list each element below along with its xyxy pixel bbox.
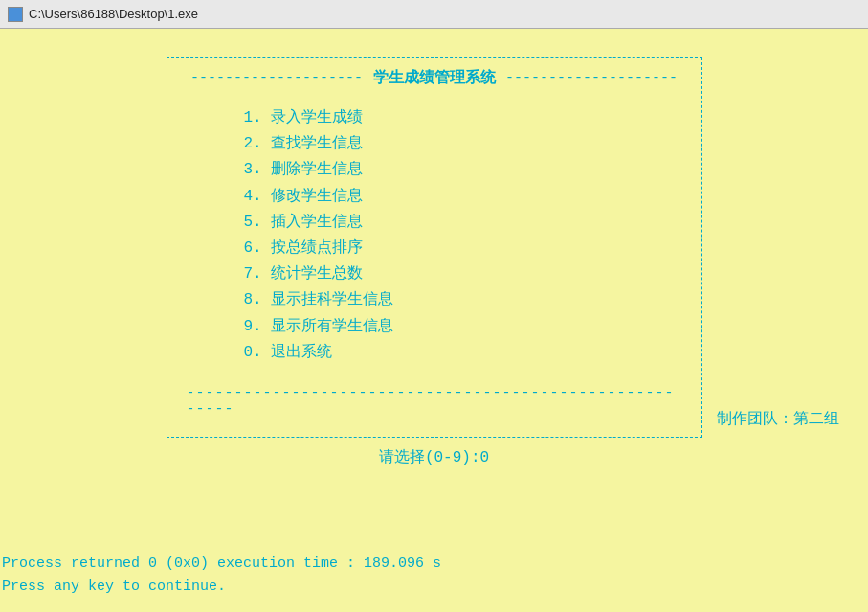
title-bar: C:\Users\86188\Desktop\1.exe [0,0,868,29]
process-status-text: Process returned 0 (0x0) execution time … [2,555,441,572]
menu-item-4-text: 修改学生信息 [271,188,363,205]
menu-item-3-num: 3. [244,161,272,178]
menu-item-2: 2. 查找学生信息 [244,131,682,157]
menu-item-7: 7. 统计学生总数 [244,261,682,287]
menu-item-8: 8. 显示挂科学生信息 [244,287,682,313]
menu-item-1-text: 录入学生成绩 [271,109,363,126]
title-bar-text: C:\Users\86188\Desktop\1.exe [29,7,198,21]
menu-item-6: 6. 按总绩点排序 [244,236,682,261]
menu-item-8-text: 显示挂科学生信息 [271,291,393,308]
press-continue-text: Press any key to continue. [2,578,226,595]
menu-item-0-num: 0. [244,344,272,361]
menu-item-4: 4. 修改学生信息 [244,184,682,210]
menu-item-0: 0. 退出系统 [244,340,682,366]
menu-item-1-num: 1. [244,109,272,126]
menu-item-7-text: 统计学生总数 [271,265,363,283]
team-label: 制作团队：第二组 [717,409,839,429]
menu-title: 学生成绩管理系统 [367,68,501,88]
press-continue-line: Press any key to continue. [0,578,226,595]
menu-items-list: 1. 录入学生成绩 2. 查找学生信息 3. 删除学生信息 4. 修改学生信息 … [187,98,682,374]
menu-item-5-text: 插入学生信息 [271,214,363,231]
menu-item-6-num: 6. [244,239,272,257]
menu-item-5: 5. 插入学生信息 [244,210,682,236]
menu-item-8-num: 8. [244,291,272,308]
menu-item-5-num: 5. [244,214,272,231]
console-area: -------------------- 学生成绩管理系统 ----------… [0,29,868,612]
menu-item-4-num: 4. [244,188,272,205]
menu-item-9-num: 9. [244,318,272,335]
menu-item-0-text: 退出系统 [271,344,332,361]
menu-box: -------------------- 学生成绩管理系统 ----------… [167,57,702,438]
app-icon [8,7,23,22]
process-status-line: Process returned 0 (0x0) execution time … [0,555,441,572]
menu-title-line: -------------------- 学生成绩管理系统 ----------… [187,68,682,88]
menu-item-1: 1. 录入学生成绩 [244,105,682,131]
menu-item-3-text: 删除学生信息 [271,161,363,178]
prompt-line: 请选择(0-9):0 [0,447,868,467]
menu-item-2-text: 查找学生信息 [271,135,363,152]
menu-item-9-text: 显示所有学生信息 [271,318,393,335]
menu-bottom-dashes: ----------------------------------------… [187,385,682,418]
menu-item-2-num: 2. [244,135,272,152]
dashes-left: -------------------- [187,70,367,86]
menu-item-3: 3. 删除学生信息 [244,157,682,183]
menu-item-6-text: 按总绩点排序 [271,239,363,257]
prompt-text: 请选择(0-9):0 [379,449,489,466]
menu-item-7-num: 7. [244,265,272,283]
dashes-right: -------------------- [501,70,682,86]
menu-item-9: 9. 显示所有学生信息 [244,314,682,340]
